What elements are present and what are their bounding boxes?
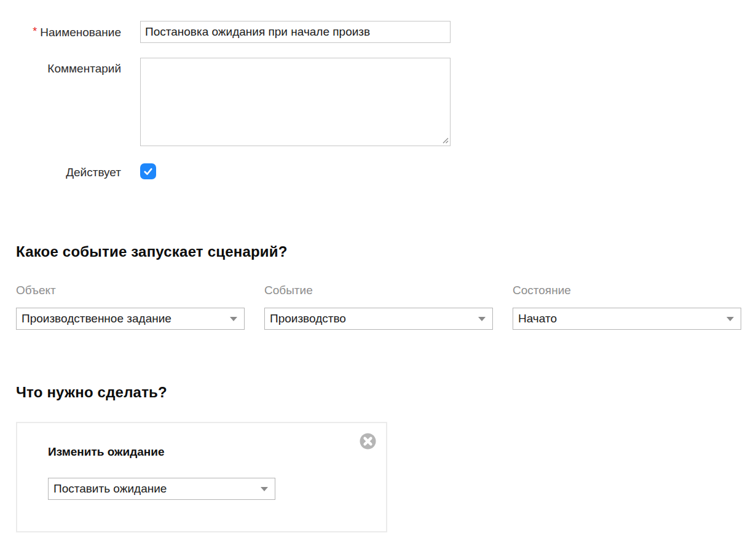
name-label: *Наименование — [0, 21, 121, 40]
scenario-form: *Наименование Комментарий Действует — [0, 0, 756, 179]
resize-handle-icon[interactable] — [441, 136, 449, 144]
comment-label: Комментарий — [0, 58, 121, 76]
checkmark-icon — [143, 166, 154, 177]
object-select-value: Производственное задание — [22, 312, 171, 325]
required-asterisk: * — [33, 25, 37, 37]
event-select-value: Производство — [270, 312, 346, 325]
action-card: Изменить ожидание Поставить ожидание — [16, 422, 387, 532]
name-row: *Наименование — [0, 21, 756, 43]
trigger-section-heading: Какое событие запускает сценарий? — [16, 243, 741, 260]
action-section: Что нужно сделать? Изменить ожидание Пос… — [16, 384, 756, 532]
active-checkbox[interactable] — [140, 163, 156, 179]
action-select-value: Поставить ожидание — [53, 482, 167, 496]
action-select[interactable]: Поставить ожидание — [48, 478, 275, 500]
event-label: Событие — [264, 283, 493, 297]
action-section-heading: Что нужно сделать? — [16, 384, 756, 401]
active-row: Действует — [0, 163, 756, 179]
object-field: Объект Производственное задание — [16, 283, 245, 330]
chevron-down-icon — [261, 487, 268, 491]
chevron-down-icon — [230, 317, 237, 321]
active-label: Действует — [0, 163, 121, 179]
event-select[interactable]: Производство — [264, 308, 493, 330]
state-field: Состояние Начато — [513, 283, 741, 330]
close-icon[interactable] — [360, 433, 376, 450]
chevron-down-icon — [726, 317, 734, 321]
trigger-section: Какое событие запускает сценарий? Объект… — [16, 243, 741, 330]
event-field: Событие Производство — [264, 283, 493, 330]
comment-textarea[interactable] — [140, 58, 451, 146]
comment-row: Комментарий — [0, 58, 756, 146]
trigger-selects-row: Объект Производственное задание Событие … — [16, 283, 741, 330]
name-label-text: Наименование — [40, 26, 121, 39]
chevron-down-icon — [478, 317, 486, 321]
state-select-value: Начато — [518, 312, 557, 325]
name-input[interactable] — [140, 21, 451, 43]
object-label: Объект — [16, 283, 245, 297]
state-label: Состояние — [513, 283, 741, 297]
state-select[interactable]: Начато — [513, 308, 741, 330]
object-select[interactable]: Производственное задание — [16, 308, 245, 330]
action-card-title: Изменить ожидание — [48, 445, 386, 459]
